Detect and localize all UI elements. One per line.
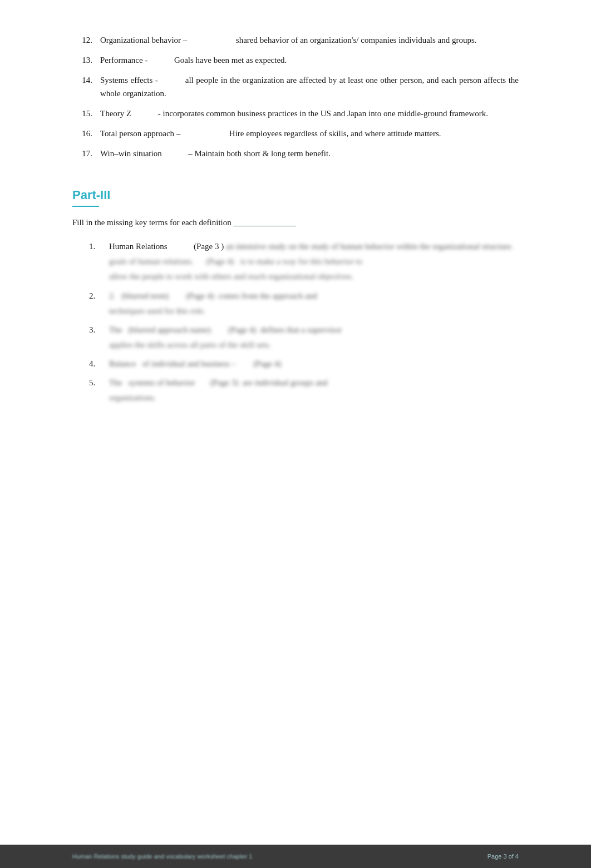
fill-page-ref: (Page 3 ) <box>194 242 224 251</box>
fill-blurred-content: an intensive study on the study of human… <box>226 242 513 251</box>
fill-item-term: Human Relations <box>109 242 168 251</box>
fill-blurred-term: 2. (blurred term) <box>109 291 169 300</box>
item-number: 16. <box>72 127 100 140</box>
fill-in-list: 1. Human Relations (Page 3 ) an intensiv… <box>89 240 519 404</box>
fill-instruction: Fill in the missing key terms for each d… <box>72 218 519 227</box>
item-content: Win–win situation – Maintain both short … <box>100 147 519 160</box>
fill-item-number: 3. <box>89 323 109 351</box>
item-content: Performance - Goals have been met as exp… <box>100 53 519 67</box>
footer-page-number: Page 3 of 4 <box>487 853 519 860</box>
fill-blurred-def: defines that a supervisor <box>260 325 342 334</box>
fill-instruction-underline: _______________ <box>234 218 297 227</box>
fill-item-5: 5. The systems of behavior (Page 3) are … <box>89 376 519 404</box>
fill-blurred-term: Balance of individual and business – <box>109 359 236 368</box>
fill-item-content: The (blurred approach name) (Page 4) def… <box>109 323 519 351</box>
fill-blurred-def: are individual groups and <box>243 378 328 387</box>
part-section: Part-III <box>72 188 519 207</box>
fill-item-4: 4. Balance of individual and business – … <box>89 357 519 370</box>
fill-item-content: Human Relations (Page 3 ) an intensive s… <box>109 240 519 284</box>
list-item-17: 17. Win–win situation – Maintain both sh… <box>72 147 519 160</box>
item-term: Organizational behavior – <box>100 36 187 44</box>
fill-item-1: 1. Human Relations (Page 3 ) an intensiv… <box>89 240 519 284</box>
item-term: Systems effects - <box>100 76 158 85</box>
fill-item-2: 2. 2. (blurred term) (Page 4) comes from… <box>89 289 519 318</box>
fill-item-content: 2. (blurred term) (Page 4) comes from th… <box>109 289 519 318</box>
item-definition: Goals have been met as expected. <box>174 56 287 65</box>
item-content: Theory Z - incorporates common business … <box>100 107 519 120</box>
item-content: Organizational behavior – shared behavio… <box>100 33 519 47</box>
fill-blurred-line-1b: allow the people to work with others and… <box>109 270 519 283</box>
fill-blurred-line-5: organizations. <box>109 391 519 404</box>
item-definition: shared behavior of an organization's/ co… <box>236 36 477 44</box>
footer-bar: Human Relations study guide and vocabula… <box>0 845 591 868</box>
item-number: 14. <box>72 73 100 100</box>
list-item-15: 15. Theory Z - incorporates common busin… <box>72 107 519 120</box>
item-number: 13. <box>72 53 100 67</box>
item-term: Performance - <box>100 56 147 65</box>
item-term: Win–win situation <box>100 149 162 158</box>
fill-page-ref: (Page 3) <box>208 378 240 387</box>
item-term: Theory Z <box>100 109 131 118</box>
fill-blurred-line-2: techniques used for this role. <box>109 305 519 318</box>
item-content: Systems effects - all people in the orga… <box>100 73 519 100</box>
fill-blurred-term: The systems of behavior <box>109 378 195 387</box>
fill-item-number: 2. <box>89 289 109 318</box>
part-heading: Part-III <box>72 188 519 202</box>
item-definition: – Maintain both short & long term benefi… <box>188 149 331 158</box>
item-number: 12. <box>72 33 100 47</box>
part-heading-underline <box>72 206 99 207</box>
item-term: Total person approach – <box>100 129 180 138</box>
fill-blurred-line-3: applies the skills across all parts of t… <box>109 339 519 351</box>
fill-instruction-text: Fill in the missing key terms for each d… <box>72 218 232 227</box>
vocabulary-list: 12. Organizational behavior – shared beh… <box>72 33 519 160</box>
footer-left-text: Human Relations study guide and vocabula… <box>72 853 252 860</box>
item-definition: Hire employees regardless of skills, and… <box>229 129 441 138</box>
fill-page-ref: (Page 4) <box>226 325 258 334</box>
fill-page-ref: (Page 4) <box>184 291 216 300</box>
item-definition: all people in the organization are affec… <box>100 76 519 98</box>
fill-item-number: 4. <box>89 357 109 370</box>
item-content: Total person approach – Hire employees r… <box>100 127 519 140</box>
list-item-14: 14. Systems effects - all people in the … <box>72 73 519 100</box>
item-number: 17. <box>72 147 100 160</box>
fill-item-content: Balance of individual and business – (Pa… <box>109 357 519 370</box>
list-item-12: 12. Organizational behavior – shared beh… <box>72 33 519 47</box>
item-number: 15. <box>72 107 100 120</box>
fill-item-3: 3. The (blurred approach name) (Page 4) … <box>89 323 519 351</box>
fill-item-number: 1. <box>89 240 109 284</box>
page-container: 12. Organizational behavior – shared beh… <box>0 0 591 868</box>
fill-blurred-line-1a: goals of human relations. (Page 4) is to… <box>109 255 519 268</box>
list-item-13: 13. Performance - Goals have been met as… <box>72 53 519 67</box>
fill-page-ref: (Page 4) <box>251 359 283 368</box>
fill-item-content: The systems of behavior (Page 3) are ind… <box>109 376 519 404</box>
fill-blurred-term: The (blurred approach name) <box>109 325 211 334</box>
fill-item-number: 5. <box>89 376 109 404</box>
list-item-16: 16. Total person approach – Hire employe… <box>72 127 519 140</box>
fill-blurred-def: comes from the approach and <box>218 291 317 300</box>
item-definition: - incorporates common business practices… <box>158 109 488 118</box>
